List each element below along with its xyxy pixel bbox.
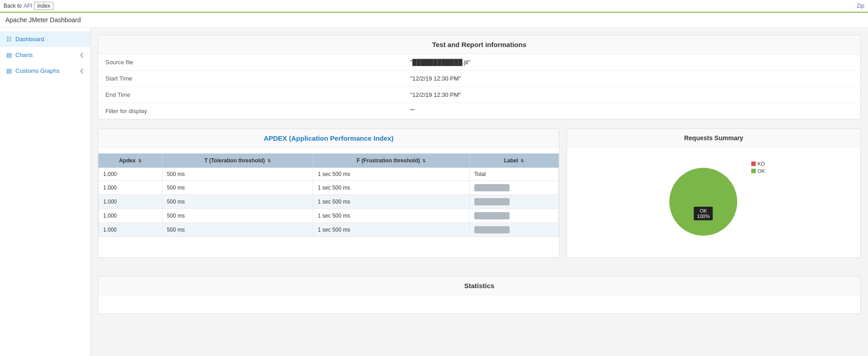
top-bar: Back to API index Zip bbox=[0, 0, 868, 13]
pie-ok-slice bbox=[669, 168, 737, 236]
report-row-value: "" bbox=[403, 103, 860, 119]
requests-summary-title: Requests Summary bbox=[567, 129, 860, 147]
statistics-title: Statistics bbox=[98, 276, 860, 295]
customs-graphs-icon: ▤ bbox=[6, 67, 12, 74]
charts-chevron-icon: ❮ bbox=[80, 52, 84, 58]
apdex-score: 1.000 bbox=[99, 195, 162, 209]
apdex-label-cell: ████████ bbox=[470, 209, 559, 223]
legend-ko-dot bbox=[751, 161, 756, 166]
sidebar-label-customs-graphs: Customs Graphs bbox=[15, 67, 60, 74]
legend-ok-label: OK bbox=[758, 168, 765, 174]
apdex-label-cell: Total bbox=[470, 168, 559, 181]
report-info-row: Source file"████████████.jtl" bbox=[98, 54, 860, 71]
apdex-t-threshold: 500 ms bbox=[162, 168, 313, 181]
report-info-row: End Time"12/2/19 12:30 PM" bbox=[98, 87, 860, 103]
report-row-label: End Time bbox=[98, 87, 403, 103]
apdex-score: 1.000 bbox=[99, 223, 162, 237]
apdex-score: 1.000 bbox=[99, 168, 162, 181]
apdex-f-threshold: 1 sec 500 ms bbox=[313, 223, 470, 237]
apdex-f-threshold: 1 sec 500 ms bbox=[313, 181, 470, 195]
apdex-t-threshold: 500 ms bbox=[162, 223, 313, 237]
content-area: Test and Report informations Source file… bbox=[91, 28, 868, 356]
apdex-label-cell: ████████ bbox=[470, 181, 559, 195]
sidebar-item-dashboard[interactable]: ☷ Dashboard bbox=[0, 31, 90, 47]
report-row-label: Source file bbox=[98, 54, 403, 71]
legend-ko: KO bbox=[751, 161, 765, 166]
sidebar-item-customs-graphs[interactable]: ▤ Customs Graphs ❮ bbox=[0, 63, 90, 79]
sidebar: ☷ Dashboard ▤ Charts ❮ ▤ Customs Graphs … bbox=[0, 28, 91, 356]
pie-chart bbox=[663, 161, 744, 242]
apdex-row: 1.000 500 ms 1 sec 500 ms ████████ bbox=[99, 195, 559, 209]
report-row-label: Filter for display bbox=[98, 103, 403, 119]
apdex-col-header[interactable]: Apdex ⇅ bbox=[99, 154, 162, 168]
legend-ko-label: KO bbox=[758, 161, 765, 166]
sort-icon: ⇅ bbox=[520, 159, 524, 163]
legend-ok-dot bbox=[751, 169, 756, 173]
apdex-label-cell: ████████ bbox=[470, 195, 559, 209]
sort-icon: ⇅ bbox=[422, 159, 426, 163]
blurred-label: ████████ bbox=[474, 198, 510, 205]
sidebar-label-charts: Charts bbox=[15, 52, 33, 58]
report-row-label: Start Time bbox=[98, 71, 403, 87]
customs-graphs-chevron-icon: ❮ bbox=[80, 68, 84, 74]
report-info-row: Filter for display"" bbox=[98, 103, 860, 119]
pie-legend: KO OK bbox=[751, 161, 765, 174]
apdex-f-threshold: 1 sec 500 ms bbox=[313, 209, 470, 223]
legend-ok: OK bbox=[751, 168, 765, 174]
two-col-section: APDEX (Application Performance Index) Ap… bbox=[98, 128, 861, 267]
apdex-card: APDEX (Application Performance Index) Ap… bbox=[98, 128, 559, 258]
blurred-label: ████████ bbox=[474, 226, 510, 233]
apdex-score: 1.000 bbox=[99, 209, 162, 223]
blurred-label: ████████ bbox=[474, 212, 510, 219]
page-title: Apache JMeter Dashboard bbox=[0, 13, 868, 28]
top-bar-left: Back to API index bbox=[4, 2, 53, 10]
apdex-score: 1.000 bbox=[99, 181, 162, 195]
apdex-col-header[interactable]: F (Frustration threshold) ⇅ bbox=[313, 154, 470, 168]
apdex-t-threshold: 500 ms bbox=[162, 195, 313, 209]
pie-chart-wrapper: OK 100% bbox=[663, 161, 744, 244]
apdex-table: Apdex ⇅T (Toleration threshold) ⇅F (Frus… bbox=[98, 153, 559, 237]
apdex-t-threshold: 500 ms bbox=[162, 181, 313, 195]
dashboard-icon: ☷ bbox=[6, 36, 12, 43]
back-to-label: Back to bbox=[4, 3, 22, 9]
zip-link[interactable]: Zip bbox=[857, 3, 864, 9]
apdex-col-header[interactable]: T (Toleration threshold) ⇅ bbox=[162, 154, 313, 168]
sidebar-label-dashboard: Dashboard bbox=[15, 36, 44, 43]
sort-icon: ⇅ bbox=[267, 159, 271, 163]
report-row-value: "12/2/19 12:30 PM" bbox=[403, 71, 860, 87]
apdex-f-threshold: 1 sec 500 ms bbox=[313, 168, 470, 181]
apdex-f-threshold: 1 sec 500 ms bbox=[313, 195, 470, 209]
report-info-card: Test and Report informations Source file… bbox=[98, 35, 861, 119]
pie-container: OK 100% KO OK bbox=[567, 147, 860, 257]
requests-summary-card: Requests Summary OK 100% bbox=[567, 128, 861, 258]
apdex-title: APDEX (Application Performance Index) bbox=[98, 129, 559, 148]
report-info-table: Source file"████████████.jtl"Start Time"… bbox=[98, 54, 860, 119]
sort-icon: ⇅ bbox=[138, 159, 142, 163]
report-info-title: Test and Report informations bbox=[98, 35, 860, 54]
apdex-t-threshold: 500 ms bbox=[162, 209, 313, 223]
charts-icon: ▤ bbox=[6, 52, 12, 58]
sidebar-item-charts[interactable]: ▤ Charts ❮ bbox=[0, 47, 90, 63]
statistics-card: Statistics bbox=[98, 276, 861, 314]
apdex-row: 1.000 500 ms 1 sec 500 ms ████████ bbox=[99, 223, 559, 237]
pie-ok-tooltip: OK 100% bbox=[694, 207, 713, 220]
apdex-label-cell: ████████ bbox=[470, 223, 559, 237]
apdex-row: 1.000 500 ms 1 sec 500 ms ████████ bbox=[99, 181, 559, 195]
report-row-value: "12/2/19 12:30 PM" bbox=[403, 87, 860, 103]
main-layout: ☷ Dashboard ▤ Charts ❮ ▤ Customs Graphs … bbox=[0, 28, 868, 356]
report-row-value: "████████████.jtl" bbox=[403, 54, 860, 71]
blurred-label: ████████ bbox=[474, 184, 510, 191]
apdex-col-header[interactable]: Label ⇅ bbox=[470, 154, 559, 168]
apdex-row: 1.000 500 ms 1 sec 500 ms ████████ bbox=[99, 209, 559, 223]
report-info-row: Start Time"12/2/19 12:30 PM" bbox=[98, 71, 860, 87]
apdex-row: 1.000 500 ms 1 sec 500 ms Total bbox=[99, 168, 559, 181]
index-badge[interactable]: index bbox=[34, 2, 53, 10]
api-link[interactable]: API bbox=[24, 3, 32, 9]
